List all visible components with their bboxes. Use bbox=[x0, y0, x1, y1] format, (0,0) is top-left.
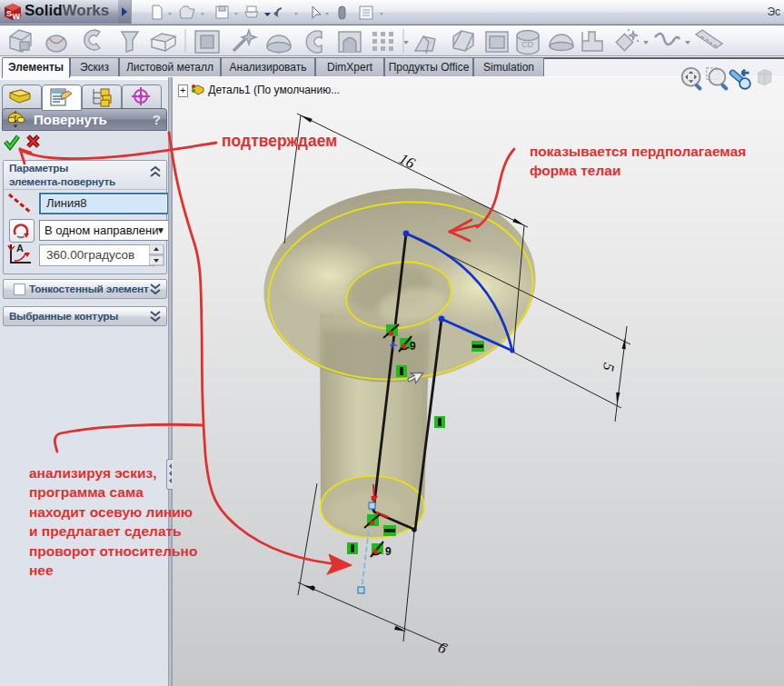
svg-text:S: S bbox=[6, 9, 12, 18]
svg-text:A: A bbox=[16, 243, 24, 254]
svg-text:CD: CD bbox=[521, 40, 533, 49]
svg-text:W: W bbox=[13, 12, 21, 21]
